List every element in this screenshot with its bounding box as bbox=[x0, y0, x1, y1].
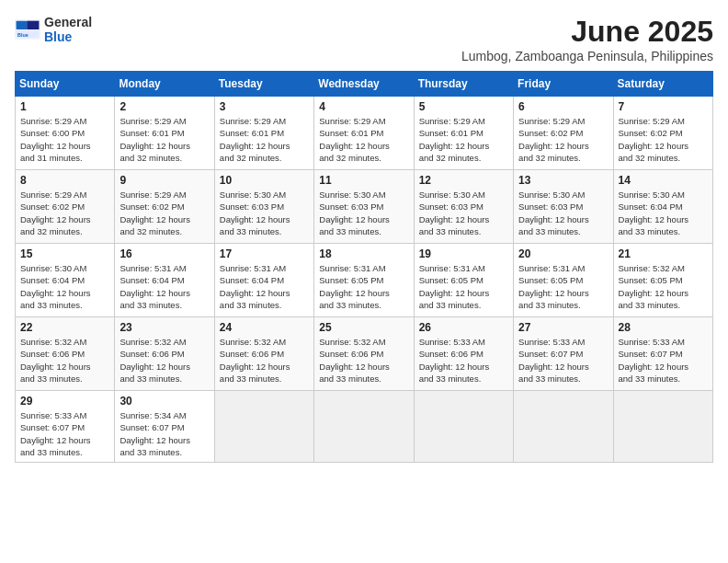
day-number: 19 bbox=[419, 247, 508, 260]
week-row-4: 22 Sunrise: 5:32 AM Sunset: 6:06 PM Dayl… bbox=[16, 317, 713, 391]
logo: Blue General Blue bbox=[15, 15, 92, 44]
day-info: Sunrise: 5:29 AM Sunset: 6:02 PM Dayligh… bbox=[619, 115, 708, 164]
day-info: Sunrise: 5:29 AM Sunset: 6:02 PM Dayligh… bbox=[20, 189, 109, 237]
logo-general-text: General bbox=[44, 15, 92, 29]
logo-blue-text: Blue bbox=[44, 29, 72, 44]
day-number: 30 bbox=[119, 395, 209, 408]
day-info: Sunrise: 5:30 AM Sunset: 6:03 PM Dayligh… bbox=[319, 189, 408, 237]
day-number: 14 bbox=[619, 174, 708, 187]
day-cell-20: 20 Sunrise: 5:31 AM Sunset: 6:05 PM Dayl… bbox=[514, 244, 613, 317]
svg-rect-1 bbox=[17, 21, 28, 29]
day-cell-15: 15 Sunrise: 5:30 AM Sunset: 6:04 PM Dayl… bbox=[16, 244, 115, 317]
calendar: Sunday Monday Tuesday Wednesday Thursday… bbox=[15, 71, 713, 463]
day-number: 16 bbox=[119, 247, 209, 260]
day-cell-21: 21 Sunrise: 5:32 AM Sunset: 6:05 PM Dayl… bbox=[613, 244, 712, 317]
svg-marker-2 bbox=[27, 21, 39, 29]
empty-cell bbox=[613, 391, 712, 463]
day-cell-6: 6 Sunrise: 5:29 AM Sunset: 6:02 PM Dayli… bbox=[514, 97, 613, 170]
month-year: June 2025 bbox=[461, 15, 713, 49]
day-cell-19: 19 Sunrise: 5:31 AM Sunset: 6:05 PM Dayl… bbox=[414, 244, 513, 317]
day-cell-30: 30 Sunrise: 5:34 AM Sunset: 6:07 PM Dayl… bbox=[115, 391, 214, 463]
day-cell-25: 25 Sunrise: 5:32 AM Sunset: 6:06 PM Dayl… bbox=[314, 317, 414, 391]
day-number: 18 bbox=[319, 247, 408, 260]
day-number: 1 bbox=[20, 100, 109, 113]
day-info: Sunrise: 5:29 AM Sunset: 6:01 PM Dayligh… bbox=[419, 115, 508, 164]
day-info: Sunrise: 5:30 AM Sunset: 6:03 PM Dayligh… bbox=[419, 189, 508, 237]
day-cell-17: 17 Sunrise: 5:31 AM Sunset: 6:04 PM Dayl… bbox=[214, 244, 313, 317]
day-number: 7 bbox=[619, 100, 708, 113]
day-number: 28 bbox=[619, 321, 708, 334]
day-number: 9 bbox=[119, 174, 209, 187]
day-number: 20 bbox=[518, 247, 608, 260]
day-number: 3 bbox=[220, 100, 309, 113]
day-info: Sunrise: 5:29 AM Sunset: 6:01 PM Dayligh… bbox=[220, 115, 309, 164]
day-info: Sunrise: 5:32 AM Sunset: 6:06 PM Dayligh… bbox=[20, 336, 109, 385]
weekday-header-row: Sunday Monday Tuesday Wednesday Thursday… bbox=[16, 72, 713, 97]
day-cell-28: 28 Sunrise: 5:33 AM Sunset: 6:07 PM Dayl… bbox=[613, 317, 712, 391]
day-info: Sunrise: 5:33 AM Sunset: 6:07 PM Dayligh… bbox=[20, 409, 109, 458]
day-cell-3: 3 Sunrise: 5:29 AM Sunset: 6:01 PM Dayli… bbox=[214, 97, 313, 170]
empty-cell bbox=[514, 391, 613, 463]
day-info: Sunrise: 5:29 AM Sunset: 6:02 PM Dayligh… bbox=[119, 189, 209, 237]
day-cell-16: 16 Sunrise: 5:31 AM Sunset: 6:04 PM Dayl… bbox=[115, 244, 214, 317]
day-cell-7: 7 Sunrise: 5:29 AM Sunset: 6:02 PM Dayli… bbox=[613, 97, 712, 170]
day-info: Sunrise: 5:33 AM Sunset: 6:07 PM Dayligh… bbox=[619, 336, 708, 385]
empty-cell bbox=[414, 391, 513, 463]
day-info: Sunrise: 5:34 AM Sunset: 6:07 PM Dayligh… bbox=[119, 409, 209, 458]
day-number: 26 bbox=[419, 321, 508, 334]
day-cell-24: 24 Sunrise: 5:32 AM Sunset: 6:06 PM Dayl… bbox=[214, 317, 313, 391]
header-thursday: Thursday bbox=[414, 72, 513, 97]
day-cell-14: 14 Sunrise: 5:30 AM Sunset: 6:04 PM Dayl… bbox=[613, 170, 712, 244]
header-saturday: Saturday bbox=[613, 72, 712, 97]
day-number: 12 bbox=[419, 174, 508, 187]
svg-text:Blue: Blue bbox=[17, 32, 28, 38]
day-number: 24 bbox=[220, 321, 309, 334]
day-cell-26: 26 Sunrise: 5:33 AM Sunset: 6:06 PM Dayl… bbox=[414, 317, 513, 391]
header-wednesday: Wednesday bbox=[314, 72, 414, 97]
day-cell-18: 18 Sunrise: 5:31 AM Sunset: 6:05 PM Dayl… bbox=[314, 244, 414, 317]
day-info: Sunrise: 5:30 AM Sunset: 6:03 PM Dayligh… bbox=[518, 189, 608, 237]
day-cell-22: 22 Sunrise: 5:32 AM Sunset: 6:06 PM Dayl… bbox=[16, 317, 115, 391]
day-cell-9: 9 Sunrise: 5:29 AM Sunset: 6:02 PM Dayli… bbox=[115, 170, 214, 244]
header-sunday: Sunday bbox=[16, 72, 115, 97]
day-info: Sunrise: 5:31 AM Sunset: 6:04 PM Dayligh… bbox=[220, 262, 309, 311]
day-info: Sunrise: 5:32 AM Sunset: 6:06 PM Dayligh… bbox=[220, 336, 309, 385]
day-info: Sunrise: 5:30 AM Sunset: 6:03 PM Dayligh… bbox=[220, 189, 309, 237]
location: Lumbog, Zamboanga Peninsula, Philippines bbox=[461, 49, 713, 63]
day-info: Sunrise: 5:32 AM Sunset: 6:06 PM Dayligh… bbox=[119, 336, 209, 385]
day-number: 13 bbox=[518, 174, 608, 187]
day-number: 22 bbox=[20, 321, 109, 334]
day-info: Sunrise: 5:29 AM Sunset: 6:02 PM Dayligh… bbox=[518, 115, 608, 164]
week-row-1: 1 Sunrise: 5:29 AM Sunset: 6:00 PM Dayli… bbox=[16, 97, 713, 170]
day-number: 25 bbox=[319, 321, 408, 334]
day-info: Sunrise: 5:29 AM Sunset: 6:00 PM Dayligh… bbox=[20, 115, 109, 164]
day-info: Sunrise: 5:31 AM Sunset: 6:05 PM Dayligh… bbox=[419, 262, 508, 311]
day-cell-13: 13 Sunrise: 5:30 AM Sunset: 6:03 PM Dayl… bbox=[514, 170, 613, 244]
day-cell-11: 11 Sunrise: 5:30 AM Sunset: 6:03 PM Dayl… bbox=[314, 170, 414, 244]
day-info: Sunrise: 5:33 AM Sunset: 6:06 PM Dayligh… bbox=[419, 336, 508, 385]
empty-cell bbox=[314, 391, 414, 463]
day-number: 2 bbox=[119, 100, 209, 113]
day-cell-4: 4 Sunrise: 5:29 AM Sunset: 6:01 PM Dayli… bbox=[314, 97, 414, 170]
day-info: Sunrise: 5:31 AM Sunset: 6:05 PM Dayligh… bbox=[319, 262, 408, 311]
day-number: 11 bbox=[319, 174, 408, 187]
day-cell-27: 27 Sunrise: 5:33 AM Sunset: 6:07 PM Dayl… bbox=[514, 317, 613, 391]
day-info: Sunrise: 5:30 AM Sunset: 6:04 PM Dayligh… bbox=[20, 262, 109, 311]
week-row-3: 15 Sunrise: 5:30 AM Sunset: 6:04 PM Dayl… bbox=[16, 244, 713, 317]
day-cell-12: 12 Sunrise: 5:30 AM Sunset: 6:03 PM Dayl… bbox=[414, 170, 513, 244]
day-info: Sunrise: 5:32 AM Sunset: 6:05 PM Dayligh… bbox=[619, 262, 708, 311]
day-number: 29 bbox=[20, 395, 109, 408]
day-info: Sunrise: 5:32 AM Sunset: 6:06 PM Dayligh… bbox=[319, 336, 408, 385]
day-info: Sunrise: 5:29 AM Sunset: 6:01 PM Dayligh… bbox=[319, 115, 408, 164]
day-number: 4 bbox=[319, 100, 408, 113]
day-info: Sunrise: 5:31 AM Sunset: 6:04 PM Dayligh… bbox=[119, 262, 209, 311]
week-row-5: 29 Sunrise: 5:33 AM Sunset: 6:07 PM Dayl… bbox=[16, 391, 713, 463]
day-number: 8 bbox=[20, 174, 109, 187]
day-number: 21 bbox=[619, 247, 708, 260]
header-tuesday: Tuesday bbox=[214, 72, 313, 97]
day-number: 5 bbox=[419, 100, 508, 113]
day-cell-8: 8 Sunrise: 5:29 AM Sunset: 6:02 PM Dayli… bbox=[16, 170, 115, 244]
day-cell-1: 1 Sunrise: 5:29 AM Sunset: 6:00 PM Dayli… bbox=[16, 97, 115, 170]
day-cell-2: 2 Sunrise: 5:29 AM Sunset: 6:01 PM Dayli… bbox=[115, 97, 214, 170]
day-number: 15 bbox=[20, 247, 109, 260]
